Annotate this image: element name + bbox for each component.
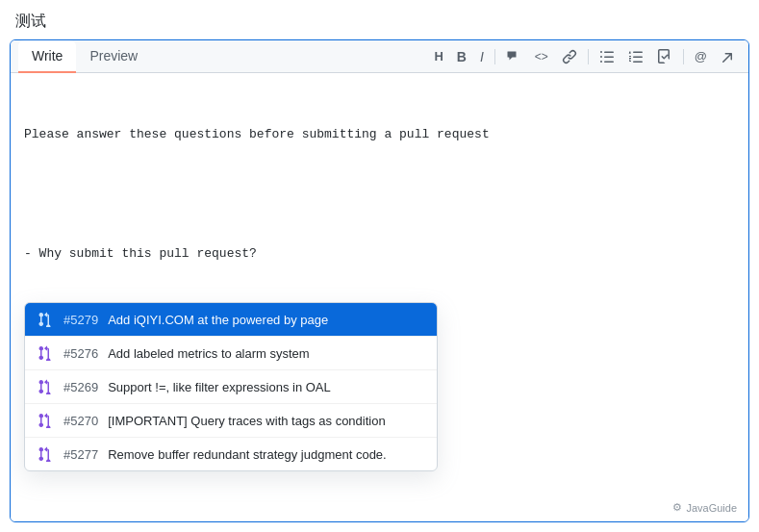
unordered-list-button[interactable] bbox=[595, 45, 620, 68]
separator-3 bbox=[683, 49, 684, 64]
watermark-text: JavaGuide bbox=[686, 502, 737, 514]
code-button[interactable]: <> bbox=[530, 46, 553, 67]
editor-line-1 bbox=[24, 185, 735, 205]
editor-wrapper: Write Preview H B I <> bbox=[10, 39, 749, 522]
link-button[interactable] bbox=[557, 45, 582, 68]
editor-line-2: - Why submit this pull request? bbox=[24, 244, 735, 265]
pr-icon-3 bbox=[37, 412, 54, 429]
issue-number-0: #5279 bbox=[63, 313, 98, 327]
pr-icon-2 bbox=[37, 378, 54, 395]
dropdown-item-1[interactable]: #5276 Add labeled metrics to alarm syste… bbox=[25, 337, 437, 370]
pr-icon-4 bbox=[37, 445, 54, 463]
mention-button[interactable]: @ bbox=[690, 45, 712, 67]
more-button[interactable] bbox=[716, 45, 741, 68]
issue-title-2: Support !=, like filter expressions in O… bbox=[108, 380, 425, 394]
heading-button[interactable]: H bbox=[429, 45, 447, 67]
editor-line-6 bbox=[24, 485, 735, 505]
tab-write[interactable]: Write bbox=[18, 40, 76, 73]
issue-number-3: #5270 bbox=[63, 414, 98, 428]
page-title: 测试 bbox=[0, 0, 759, 39]
dropdown-item-4[interactable]: #5277 Remove buffer redundant strategy j… bbox=[25, 438, 437, 470]
issue-number-1: #5276 bbox=[63, 346, 98, 361]
italic-button[interactable]: I bbox=[475, 45, 489, 68]
watermark-icon: ⚙ bbox=[672, 501, 682, 514]
dropdown-item-2[interactable]: #5269 Support !=, like filter expression… bbox=[25, 370, 437, 404]
issue-title-1: Add labeled metrics to alarm system bbox=[108, 346, 425, 361]
issue-number-4: #5277 bbox=[63, 447, 98, 462]
bold-button[interactable]: B bbox=[452, 45, 471, 68]
editor-line-0: Please answer these questions before sub… bbox=[24, 125, 735, 145]
issue-title-3: [IMPORTANT] Query traces with tags as co… bbox=[108, 414, 425, 428]
quote-button[interactable] bbox=[501, 45, 526, 68]
dropdown-item-0[interactable]: #5279 Add iQIYI.COM at the powered by pa… bbox=[25, 303, 437, 337]
issue-number-2: #5269 bbox=[63, 380, 98, 394]
tab-bar: Write Preview H B I <> bbox=[11, 40, 748, 73]
tab-preview[interactable]: Preview bbox=[76, 40, 151, 73]
issue-title-4: Remove buffer redundant strategy judgmen… bbox=[108, 447, 425, 462]
pr-icon-1 bbox=[37, 344, 54, 362]
issue-title-0: Add iQIYI.COM at the powered by page bbox=[108, 313, 425, 327]
separator-2 bbox=[588, 49, 589, 64]
dropdown-item-3[interactable]: #5270 [IMPORTANT] Query traces with tags… bbox=[25, 404, 437, 438]
watermark: ⚙ JavaGuide bbox=[672, 501, 737, 514]
issue-dropdown: #5279 Add iQIYI.COM at the powered by pa… bbox=[24, 302, 438, 471]
pr-icon-0 bbox=[37, 311, 54, 328]
separator-1 bbox=[494, 49, 495, 64]
task-list-button[interactable] bbox=[652, 45, 677, 68]
page-container: 测试 Write Preview H B I <> bbox=[0, 0, 759, 532]
toolbar: H B I <> bbox=[429, 41, 741, 72]
ordered-list-button[interactable] bbox=[623, 45, 648, 68]
